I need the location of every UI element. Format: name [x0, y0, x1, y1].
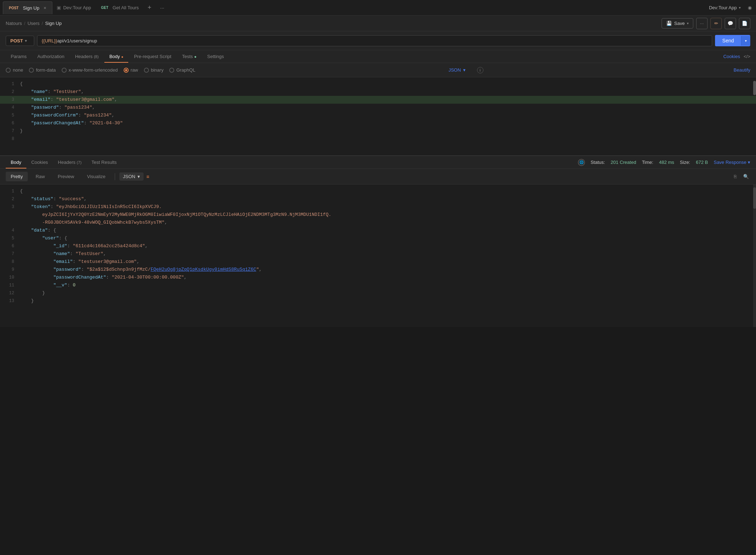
response-tab-testresults[interactable]: Test Results [87, 156, 122, 168]
save-label: Save [674, 21, 685, 26]
editor-scrollbar[interactable] [753, 81, 756, 95]
code-icon-button[interactable]: </> [744, 54, 750, 59]
tab-headers[interactable]: Headers (8) [70, 50, 104, 63]
filter-icon-button[interactable]: ≡ [146, 174, 149, 180]
url-path-part: api/v1/users/signup [57, 38, 97, 43]
method-label: POST [10, 38, 23, 43]
json-format-chevron-icon: ▾ [138, 174, 140, 179]
body-option-raw[interactable]: raw [124, 67, 138, 73]
divider [115, 173, 115, 180]
tab-params[interactable]: Params [6, 50, 32, 63]
info-icon-button[interactable]: i [477, 67, 483, 73]
tab-body[interactable]: Body ● [104, 50, 128, 63]
send-button-group: Send ▾ [715, 35, 750, 46]
tab-devtourapp[interactable]: ▣ Dev:Tour App [52, 1, 95, 14]
response-status: 🌐 Status: 201 Created Time: 482 ms Size:… [578, 159, 750, 166]
url-bar: POST ▾ {{URL}}api/v1/users/signup Send ▾ [0, 31, 756, 50]
tab-bar: POST Sign Up ✕ ▣ Dev:Tour App GET Get Al… [0, 0, 756, 16]
body-option-formdata[interactable]: form-data [29, 67, 56, 73]
json-label: JSON [449, 67, 461, 73]
json-selector[interactable]: JSON ▾ [446, 66, 468, 74]
send-dropdown-button[interactable]: ▾ [741, 36, 750, 46]
format-tab-visualize[interactable]: Visualize [82, 172, 110, 181]
body-option-none[interactable]: none [6, 67, 23, 73]
status-code: 201 Created [611, 160, 636, 165]
url-template-part: {{URL}} [42, 38, 57, 43]
response-body-editor[interactable]: 1 { 2 "status": "success", 3 "token": "e… [0, 185, 756, 327]
breadcrumb-users[interactable]: Users [27, 21, 40, 26]
tab-settings[interactable]: Settings [202, 50, 229, 63]
response-tab-cookies[interactable]: Cookies [26, 156, 53, 168]
url-input[interactable]: {{URL}}api/v1/users/signup [37, 35, 712, 46]
tab-authorization[interactable]: Authorization [32, 50, 69, 63]
env-selector[interactable]: Dev:Tour App ▾ [706, 4, 744, 12]
doc-icon-button[interactable]: 📄 [739, 18, 750, 29]
tab-prerequest[interactable]: Pre-request Script [129, 50, 176, 63]
more-button[interactable]: ··· [696, 18, 708, 29]
tab-bar-right: Dev:Tour App ▾ ◉ [706, 4, 753, 12]
format-tab-pretty[interactable]: Pretty [6, 172, 28, 181]
tab-label-devtour: Dev:Tour App [63, 5, 91, 10]
tab-add-button[interactable]: + [145, 3, 155, 13]
res-line-4: 4 "data": { [0, 227, 756, 234]
save-response-label: Save Response [714, 160, 746, 165]
req-line-6: 6 "passwordChangedAt": "2021-04-30" [0, 119, 756, 127]
comment-icon-button[interactable]: 💬 [725, 18, 736, 29]
status-label: Status: [591, 160, 605, 165]
env-label: Dev:Tour App [709, 5, 737, 10]
format-tab-raw[interactable]: Raw [31, 172, 50, 181]
body-option-binary[interactable]: binary [144, 67, 164, 73]
body-option-urlencoded[interactable]: x-www-form-urlencoded [62, 67, 118, 73]
breadcrumb-bar: Natours / Users / Sign Up 💾 Save ▾ ··· ✏… [0, 16, 756, 31]
cookies-link[interactable]: Cookies [723, 54, 740, 59]
copy-button[interactable]: ⎘ [732, 172, 738, 181]
breadcrumb-actions: 💾 Save ▾ ··· ✏ 💬 📄 [662, 18, 750, 29]
tab-more-button[interactable]: ··· [157, 4, 167, 12]
eye-icon[interactable]: ◉ [746, 4, 753, 12]
radio-binary [144, 68, 149, 73]
response-tab-headers[interactable]: Headers (7) [53, 156, 87, 168]
breadcrumb-sep-2: / [42, 21, 43, 26]
tab-close-signup[interactable]: ✕ [42, 5, 48, 11]
response-tabs-row: Body Cookies Headers (7) Test Results 🌐 … [0, 156, 756, 169]
info-icon: i [477, 67, 483, 73]
save-response-button[interactable]: Save Response ▾ [714, 160, 750, 165]
save-icon: 💾 [666, 21, 672, 26]
edit-icon-button[interactable]: ✏ [710, 18, 722, 29]
radio-graphql [169, 68, 174, 73]
save-button[interactable]: 💾 Save ▾ [662, 18, 693, 28]
json-format-label: JSON [123, 174, 135, 179]
body-options-row: none form-data x-www-form-urlencoded raw… [0, 63, 756, 77]
tab-signup[interactable]: POST Sign Up ✕ [3, 1, 52, 14]
beautify-button[interactable]: Beautify [734, 67, 750, 73]
tab-label-signup: Sign Up [23, 5, 39, 11]
tab-actions: + ··· [145, 3, 167, 13]
response-size: 672 B [696, 160, 708, 165]
response-scrollbar-thumb[interactable] [753, 187, 756, 209]
response-format-row: Pretty Raw Preview Visualize JSON ▾ ≡ ⎘ … [0, 169, 756, 185]
req-line-3: 3 "email": "testuser3@gmail.com", [0, 96, 756, 104]
tab-getalltours[interactable]: GET Get All Tours [95, 1, 143, 14]
send-main-button[interactable]: Send [715, 35, 741, 46]
radio-urlencoded [62, 68, 67, 73]
response-tab-body[interactable]: Body [6, 156, 26, 168]
breadcrumb: Natours / Users / Sign Up [6, 21, 62, 26]
req-line-4: 4 "password": "pass1234", [0, 104, 756, 111]
breadcrumb-sep-1: / [24, 21, 26, 26]
request-body-editor[interactable]: 1 { 2 "name": "TestUser", 3 "email": "te… [0, 77, 756, 156]
search-button[interactable]: 🔍 [742, 172, 750, 181]
radio-none [6, 68, 11, 73]
format-tab-preview[interactable]: Preview [53, 172, 79, 181]
res-line-10: 10 "passwordChangedAt": "2021-04-30T00:0… [0, 274, 756, 281]
env-chevron-icon: ▾ [739, 6, 741, 10]
res-line-1: 1 { [0, 187, 756, 195]
tab-tests[interactable]: Tests ● [177, 50, 202, 63]
method-selector[interactable]: POST ▾ [6, 36, 34, 46]
radio-formdata [29, 68, 34, 73]
breadcrumb-natours[interactable]: Natours [6, 21, 22, 26]
res-line-12: 12 } [0, 289, 756, 297]
method-chevron-icon: ▾ [25, 39, 27, 43]
res-line-2: 2 "status": "success", [0, 195, 756, 203]
body-option-graphql[interactable]: GraphQL [169, 67, 195, 73]
json-format-selector[interactable]: JSON ▾ [119, 172, 144, 181]
